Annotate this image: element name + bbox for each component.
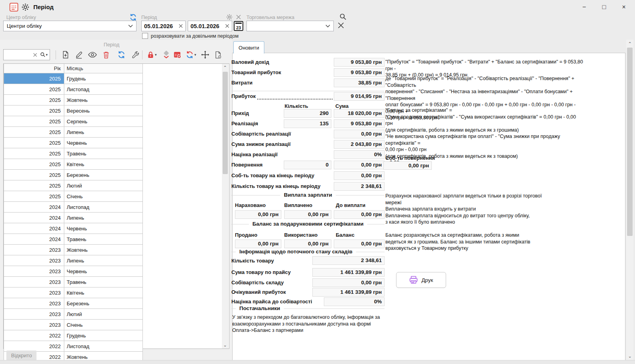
- year-cell[interactable]: 2025: [4, 138, 64, 148]
- settings-tools-button[interactable]: [129, 49, 141, 60]
- month-cell[interactable]: Січень: [64, 320, 143, 330]
- year-cell[interactable]: 2025: [4, 191, 64, 202]
- table-row[interactable]: 2023Жовтень: [4, 245, 143, 255]
- year-cell[interactable]: 2024: [4, 234, 64, 245]
- month-cell[interactable]: Листопад: [64, 84, 143, 95]
- year-cell[interactable]: 2022: [4, 341, 64, 352]
- date-to-input[interactable]: 05.01.2026: [188, 21, 232, 31]
- year-cell[interactable]: 2023: [4, 255, 64, 266]
- add-record-button[interactable]: [60, 49, 71, 60]
- table-row[interactable]: 2025Вересень: [4, 105, 143, 116]
- clear-document-button[interactable]: [212, 49, 224, 60]
- year-cell[interactable]: 2025: [4, 116, 64, 127]
- table-scrollbar-thumb[interactable]: [223, 72, 228, 174]
- year-cell[interactable]: 2025: [4, 180, 64, 191]
- minimize-button[interactable]: −: [577, 2, 591, 12]
- month-cell[interactable]: Листопад: [64, 341, 143, 352]
- year-cell[interactable]: 2024: [4, 223, 64, 234]
- tab-update[interactable]: Оновити: [233, 41, 264, 54]
- move-button[interactable]: [199, 49, 211, 60]
- table-row[interactable]: 2023Січень: [4, 320, 143, 330]
- month-cell[interactable]: Грудень: [64, 330, 143, 341]
- edit-record-button[interactable]: [73, 49, 85, 60]
- column-header-month[interactable]: Місяць: [64, 64, 143, 73]
- month-cell[interactable]: Лютий: [64, 309, 143, 320]
- month-cell[interactable]: Червень: [64, 266, 143, 277]
- table-row[interactable]: 2025Липень: [4, 127, 143, 138]
- month-cell[interactable]: Жовтень: [64, 245, 143, 255]
- print-button[interactable]: Друк: [396, 272, 446, 288]
- table-row[interactable]: 2025Жовтень: [4, 95, 143, 105]
- table-row[interactable]: 2025Серпень: [4, 116, 143, 127]
- recalculate-button[interactable]: ▾: [183, 49, 198, 60]
- search-options-caret-icon[interactable]: ▾: [46, 53, 48, 57]
- year-cell[interactable]: 2025: [4, 105, 64, 116]
- view-record-button[interactable]: [87, 49, 98, 60]
- table-row[interactable]: 2025Квітень: [4, 159, 143, 170]
- calendar-picker-button[interactable]: 23: [234, 21, 243, 31]
- refresh-center-icon[interactable]: [129, 13, 137, 21]
- table-row[interactable]: 2025Січень: [4, 191, 143, 202]
- network-search-icon[interactable]: [339, 13, 346, 20]
- month-cell[interactable]: Жовтень: [64, 95, 143, 105]
- year-cell[interactable]: 2024: [4, 202, 64, 213]
- scroll-down-icon[interactable]: ⌄: [222, 343, 228, 347]
- year-cell[interactable]: 2023: [4, 245, 64, 255]
- table-row[interactable]: 2025Грудень: [4, 73, 143, 84]
- scroll-up-icon[interactable]: ⌃: [627, 42, 633, 46]
- column-header-year[interactable]: Рік: [4, 64, 64, 73]
- month-cell[interactable]: Травень: [64, 234, 143, 245]
- period-settings-icon[interactable]: [226, 14, 233, 20]
- month-cell[interactable]: Лютий: [64, 180, 143, 191]
- month-cell[interactable]: Березень: [64, 298, 143, 309]
- month-cell[interactable]: Квітень: [64, 159, 143, 170]
- network-clear-icon[interactable]: [337, 22, 344, 29]
- lock-period-button[interactable]: ▾: [144, 49, 160, 60]
- month-cell[interactable]: Травень: [64, 148, 143, 159]
- table-row[interactable]: 2022Грудень: [4, 330, 143, 341]
- year-cell[interactable]: 2023: [4, 277, 64, 287]
- table-row[interactable]: 2025Червень: [4, 138, 143, 148]
- main-scrollbar-thumb[interactable]: [627, 48, 633, 236]
- year-cell[interactable]: 2023: [4, 309, 64, 320]
- month-cell[interactable]: Листопад: [64, 202, 143, 213]
- year-cell[interactable]: 2024: [4, 213, 64, 223]
- search-clear-icon[interactable]: [33, 53, 37, 57]
- year-cell[interactable]: 2025: [4, 170, 64, 180]
- period-clear-icon[interactable]: [236, 14, 241, 20]
- search-icon[interactable]: [40, 52, 46, 57]
- table-row[interactable]: 2023Березень: [4, 298, 143, 309]
- month-cell[interactable]: Червень: [64, 138, 143, 148]
- year-cell[interactable]: 2025: [4, 95, 64, 105]
- year-cell[interactable]: 2025: [4, 127, 64, 138]
- custom-period-checkbox[interactable]: [142, 33, 148, 39]
- month-cell[interactable]: Серпень: [64, 116, 143, 127]
- month-cell[interactable]: Липень: [64, 255, 143, 266]
- month-cell[interactable]: Грудень: [64, 73, 143, 84]
- table-row[interactable]: 2024Червень: [4, 223, 143, 234]
- maximize-button[interactable]: □: [597, 2, 611, 12]
- table-row[interactable]: 2025Травень: [4, 148, 143, 159]
- close-button[interactable]: ×: [617, 2, 631, 12]
- month-cell[interactable]: Вересень: [64, 105, 143, 116]
- table-row[interactable]: 2023Травень: [4, 277, 143, 287]
- date-from-clear-icon[interactable]: [179, 24, 183, 28]
- table-row[interactable]: 2023Червень: [4, 266, 143, 277]
- month-cell[interactable]: Червень: [64, 223, 143, 234]
- year-cell[interactable]: 2023: [4, 298, 64, 309]
- month-cell[interactable]: Січень: [64, 191, 143, 202]
- month-cell[interactable]: Липень: [64, 127, 143, 138]
- year-cell[interactable]: 2022: [4, 330, 64, 341]
- year-cell[interactable]: 2025: [4, 148, 64, 159]
- year-cell[interactable]: 2025: [4, 84, 64, 95]
- collapse-button[interactable]: [160, 49, 172, 60]
- table-row[interactable]: 2023Липень: [4, 255, 143, 266]
- main-scrollbar[interactable]: ⌃ ⌄: [626, 40, 633, 360]
- delete-record-button[interactable]: [100, 49, 112, 60]
- scroll-up-icon[interactable]: ⌃: [222, 65, 228, 69]
- year-cell[interactable]: 2023: [4, 287, 64, 298]
- year-cell[interactable]: 2025: [4, 73, 64, 84]
- table-scrollbar[interactable]: ⌃ ⌄: [222, 64, 229, 349]
- table-row[interactable]: 2024Листопад: [4, 202, 143, 213]
- year-cell[interactable]: 2023: [4, 320, 64, 330]
